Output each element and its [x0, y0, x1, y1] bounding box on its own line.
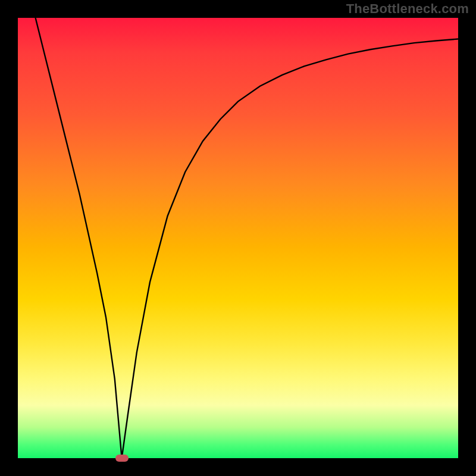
- bottleneck-curve: [36, 18, 458, 458]
- watermark-text: TheBottleneck.com: [346, 1, 469, 17]
- minimum-marker: [115, 455, 129, 462]
- curve-svg: [18, 18, 458, 458]
- chart-frame: TheBottleneck.com: [0, 0, 476, 476]
- plot-outer: [18, 18, 458, 458]
